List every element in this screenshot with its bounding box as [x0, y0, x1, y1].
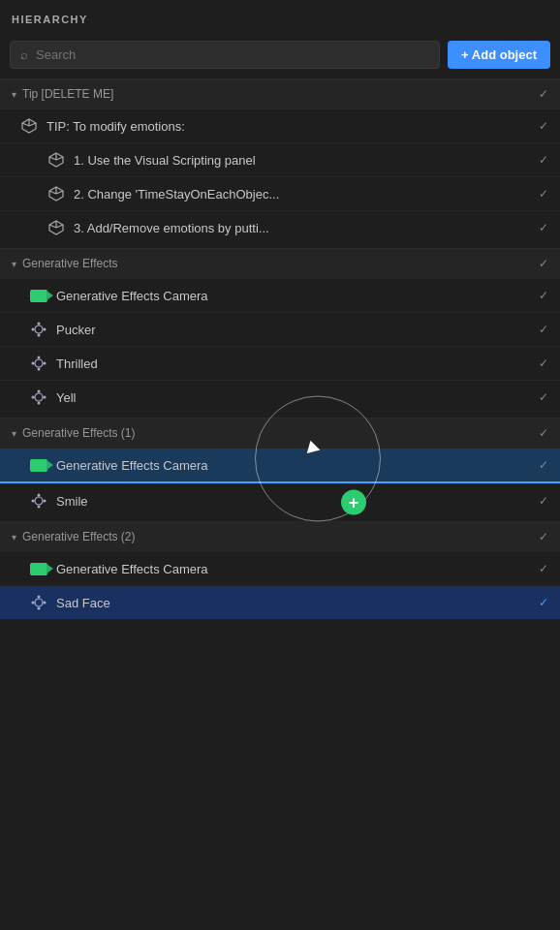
svg-point-1	[38, 323, 41, 326]
check-icon: ✓	[539, 426, 548, 440]
check-icon: ✓	[539, 596, 548, 609]
check-icon: ✓	[539, 221, 548, 234]
item-label: Sad Face	[56, 596, 533, 610]
panel-header: HIERARCHY	[0, 0, 560, 35]
svg-point-3	[32, 328, 35, 331]
svg-point-23	[32, 602, 35, 604]
search-input[interactable]	[36, 47, 429, 62]
section-generative-effects[interactable]: ▾ Generative Effects ✓	[0, 248, 560, 278]
svg-point-19	[44, 500, 47, 503]
svg-point-17	[38, 506, 41, 509]
item-label: Thrilled	[56, 356, 533, 371]
item-label: Pucker	[56, 323, 533, 337]
svg-point-18	[32, 500, 35, 503]
item-label: Generative Effects Camera	[56, 289, 533, 303]
check-icon: ✓	[539, 390, 548, 404]
svg-point-12	[38, 402, 41, 405]
check-icon: ✓	[539, 187, 548, 201]
check-icon: ✓	[539, 87, 548, 101]
list-item[interactable]: TIP: To modify emotions: ✓	[0, 108, 560, 142]
list-item[interactable]: Pucker ✓	[0, 312, 560, 346]
particle-icon	[29, 354, 48, 373]
particle-icon	[29, 593, 48, 612]
search-icon: ⌕	[20, 47, 28, 62]
search-box[interactable]: ⌕	[10, 41, 440, 69]
chevron-icon: ▾	[12, 428, 16, 439]
item-label: 1. Use the Visual Scripting panel	[74, 153, 533, 168]
svg-point-24	[44, 602, 47, 604]
svg-point-21	[38, 596, 41, 599]
svg-point-11	[38, 390, 41, 393]
item-label: 2. Change 'TimeStayOnEachObjec...	[74, 187, 533, 202]
check-icon: ✓	[539, 119, 548, 133]
cube-icon	[47, 184, 66, 203]
panel: HIERARCHY ⌕ + Add object ▾ Tip [DELETE M…	[0, 0, 560, 619]
svg-point-0	[35, 326, 43, 333]
check-icon: ✓	[539, 530, 548, 543]
svg-point-5	[35, 359, 43, 367]
list-item[interactable]: 3. Add/Remove emotions by putti... ✓	[0, 210, 560, 244]
svg-point-16	[38, 494, 41, 497]
item-label: 3. Add/Remove emotions by putti...	[74, 221, 533, 235]
section-label: Generative Effects	[22, 257, 539, 270]
svg-point-8	[32, 362, 35, 365]
item-label: Smile	[56, 494, 533, 509]
section-generative-effects-1[interactable]: ▾ Generative Effects (1) ✓	[0, 418, 560, 448]
list-item[interactable]: Thrilled ✓	[0, 346, 560, 380]
cube-icon	[47, 150, 66, 170]
particle-icon	[29, 320, 48, 339]
list-item[interactable]: Generative Effects Camera ✓ +	[0, 448, 560, 483]
cube-icon	[19, 116, 39, 136]
section-label: Tip [DELETE ME]	[22, 87, 539, 101]
check-icon: ✓	[539, 289, 548, 302]
section-tip-delete[interactable]: ▾ Tip [DELETE ME] ✓	[0, 78, 560, 108]
list-item[interactable]: Generative Effects Camera ✓	[0, 551, 560, 585]
check-icon: ✓	[539, 562, 548, 575]
camera-icon	[29, 455, 48, 475]
svg-point-20	[35, 599, 43, 606]
check-icon: ✓	[539, 356, 548, 370]
add-object-button[interactable]: + Add object	[448, 41, 550, 69]
list-item[interactable]: Yell ✓	[0, 380, 560, 414]
check-icon: ✓	[539, 257, 548, 270]
svg-point-10	[35, 393, 43, 401]
cube-icon	[47, 218, 66, 237]
camera-icon	[29, 286, 48, 305]
camera-icon	[29, 559, 48, 578]
section-generative-effects-2[interactable]: ▾ Generative Effects (2) ✓	[0, 521, 560, 551]
item-label: Generative Effects Camera	[56, 562, 533, 576]
chevron-icon: ▾	[12, 259, 16, 269]
svg-point-7	[38, 368, 41, 371]
svg-point-9	[44, 362, 47, 365]
list-item[interactable]: Generative Effects Camera ✓	[0, 278, 560, 312]
item-label: Generative Effects Camera	[56, 458, 533, 473]
particle-icon	[29, 491, 48, 511]
svg-point-15	[35, 497, 43, 505]
particle-icon	[29, 388, 48, 407]
section-label: Generative Effects (2)	[22, 530, 539, 543]
chevron-icon: ▾	[12, 532, 16, 542]
check-icon: ✓	[539, 323, 548, 336]
chevron-icon: ▾	[12, 89, 16, 100]
list-item[interactable]: 2. Change 'TimeStayOnEachObjec... ✓	[0, 176, 560, 210]
svg-point-13	[32, 396, 35, 399]
svg-point-4	[44, 328, 47, 331]
list-item[interactable]: 1. Use the Visual Scripting panel ✓	[0, 142, 560, 176]
section-label: Generative Effects (1)	[22, 426, 539, 440]
item-label: TIP: To modify emotions:	[47, 119, 533, 134]
list-item[interactable]: Smile ✓	[0, 483, 560, 517]
check-icon: ✓	[539, 494, 548, 508]
svg-point-6	[38, 356, 41, 359]
check-icon: ✓	[539, 153, 548, 167]
svg-point-14	[44, 396, 47, 399]
list-item[interactable]: Sad Face ✓	[0, 585, 560, 619]
check-icon: ✓	[539, 458, 548, 472]
toolbar: ⌕ + Add object	[0, 35, 560, 78]
svg-point-2	[38, 334, 41, 337]
svg-point-22	[38, 607, 41, 610]
item-label: Yell	[56, 390, 533, 405]
